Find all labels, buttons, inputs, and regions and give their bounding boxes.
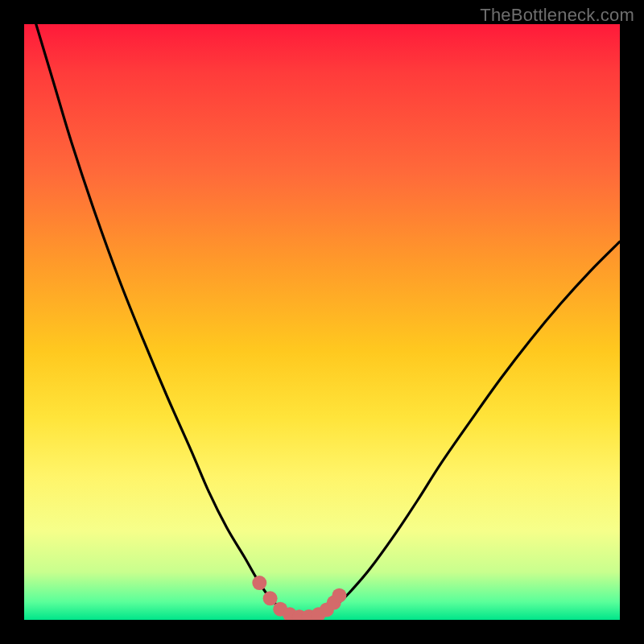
optimum-marker	[332, 588, 346, 603]
bottleneck-chart	[24, 24, 620, 620]
bottleneck-curve	[24, 24, 620, 617]
optimum-marker	[252, 576, 266, 590]
watermark-text: TheBottleneck.com	[480, 5, 634, 26]
plot-area	[24, 24, 620, 620]
optimum-marker	[263, 591, 278, 605]
outer-frame: TheBottleneck.com	[0, 0, 644, 644]
